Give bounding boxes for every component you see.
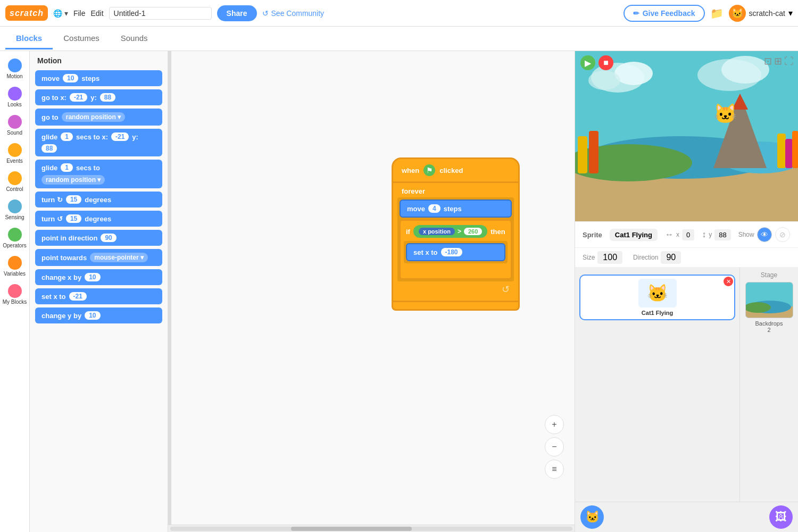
sidebar-item-sound[interactable]: Sound — [1, 112, 29, 139]
svg-rect-13 — [589, 131, 598, 173]
folder-button[interactable]: 📁 — [710, 7, 724, 20]
globe-icon: 🌐 — [53, 9, 62, 18]
fit-screen-button[interactable]: ≡ — [545, 460, 564, 479]
zoom-in-button[interactable]: + — [545, 415, 564, 434]
block-turn-right[interactable]: turn ↻ 15 degrees — [35, 192, 162, 207]
user-menu[interactable]: 🐱 scratch-cat ▾ — [729, 5, 793, 22]
scroll-track — [170, 527, 572, 531]
block-change-y[interactable]: change y by 10 — [35, 307, 162, 323]
show-group: Show 👁 ⊘ — [738, 227, 790, 242]
feedback-button[interactable]: ✏ Give Feedback — [624, 5, 705, 22]
size-group: Size 100 — [583, 251, 622, 264]
condition-block[interactable]: x position > 260 — [413, 225, 487, 238]
blocks-category-title: Motion — [35, 56, 162, 65]
sidebar-item-sensing[interactable]: Sensing — [1, 196, 29, 223]
globe-chevron: ▾ — [64, 9, 68, 18]
stage-canvas: 🐱 ⊡ ⊞ ⛶ ▶ ■ — [575, 51, 798, 221]
size-direction-row: Size 100 Direction 90 — [575, 247, 798, 267]
scripting-area[interactable]: when ⚑ clicked forever move 4 steps — [168, 51, 575, 532]
layout-small-button[interactable]: ⊡ — [764, 55, 772, 67]
tab-sounds[interactable]: Sounds — [110, 28, 159, 49]
x-arrows-icon: ↔ — [665, 230, 674, 239]
file-menu-button[interactable]: File — [73, 9, 86, 18]
direction-field[interactable]: 90 — [661, 251, 681, 264]
sidebar-item-operators[interactable]: Operators — [1, 225, 29, 252]
show-visible-button[interactable]: 👁 — [757, 227, 772, 242]
script-stack: when ⚑ clicked forever move 4 steps — [392, 157, 520, 311]
sidebar-item-control-label: Control — [6, 186, 23, 192]
svg-point-3 — [588, 71, 620, 90]
if-block[interactable]: if x position > 260 then — [400, 220, 512, 279]
sidebar-item-sensing-label: Sensing — [5, 214, 24, 220]
block-go-to-xy[interactable]: go to x: -21 y: 88 — [35, 89, 162, 105]
pencil-icon: ✏ — [633, 9, 639, 18]
green-flag-button[interactable]: ▶ — [580, 55, 595, 70]
block-move-4-steps[interactable]: move 4 steps — [400, 200, 512, 218]
share-button[interactable]: Share — [217, 5, 257, 21]
sidebar-item-motion[interactable]: Motion — [1, 55, 29, 82]
script-canvas: when ⚑ clicked forever move 4 steps — [392, 157, 520, 311]
zoom-out-button[interactable]: − — [545, 437, 564, 456]
direction-value: 90 — [666, 253, 676, 262]
language-button[interactable]: 🌐 ▾ — [53, 9, 68, 18]
svg-point-5 — [721, 56, 769, 84]
block-point-direction[interactable]: point in direction 90 — [35, 230, 162, 246]
project-title-input[interactable] — [109, 7, 212, 20]
svg-rect-16 — [792, 131, 798, 168]
add-backdrop-button[interactable]: 🖼 — [769, 505, 793, 529]
y-value-field[interactable]: 88 — [714, 229, 730, 240]
block-set-x[interactable]: set x to -21 — [35, 288, 162, 304]
stage-thumb-scene — [746, 282, 793, 318]
block-go-to-random[interactable]: go to random position ▾ — [35, 109, 162, 126]
layout-large-button[interactable]: ⊞ — [774, 55, 782, 67]
edit-menu-button[interactable]: Edit — [90, 9, 103, 18]
block-set-x-to[interactable]: set x to -180 — [406, 243, 505, 261]
tab-costumes[interactable]: Costumes — [53, 28, 110, 49]
sidebar-item-events[interactable]: Events — [1, 140, 29, 167]
x-value-field[interactable]: 0 — [682, 229, 694, 240]
panel-resizer[interactable] — [168, 51, 171, 532]
sprite-item-name: Cat1 Flying — [642, 310, 673, 316]
stop-button[interactable]: ■ — [598, 55, 613, 70]
fullscreen-button[interactable]: ⛶ — [784, 55, 794, 67]
sprite-name-field[interactable]: Cat1 Flying — [610, 229, 658, 241]
sidebar-item-variables-label: Variables — [4, 271, 26, 277]
categories-panel: Motion Looks Sound Events Control Sensin… — [0, 51, 30, 532]
stage-panel: Stage Backdrops 2 — [739, 267, 798, 502]
community-button[interactable]: ↺ See Community — [262, 9, 325, 18]
block-point-towards[interactable]: point towards mouse-pointer ▾ — [35, 249, 162, 266]
canvas-toolbar: + − ≡ — [545, 415, 564, 479]
scripting-scrollbar[interactable] — [168, 525, 575, 532]
control-circle — [8, 171, 22, 185]
direction-group: Direction 90 — [633, 251, 681, 264]
sidebar-item-events-label: Events — [6, 158, 23, 164]
sprite-name-value: Cat1 Flying — [615, 231, 652, 239]
hat-block[interactable]: when ⚑ clicked — [392, 157, 520, 183]
sidebar-item-variables[interactable]: Variables — [1, 253, 29, 280]
main-area: Motion Looks Sound Events Control Sensin… — [0, 51, 798, 532]
block-turn-left[interactable]: turn ↺ 15 degrees — [35, 211, 162, 227]
operators-circle — [8, 228, 22, 242]
sidebar-item-myblocks[interactable]: My Blocks — [1, 281, 29, 308]
sidebar-item-looks[interactable]: Looks — [1, 84, 29, 111]
add-sprite-button[interactable]: 🐱 — [580, 505, 604, 529]
show-hidden-button[interactable]: ⊘ — [775, 227, 790, 242]
stage-thumbnail[interactable] — [745, 282, 793, 318]
block-move-steps[interactable]: move 10 steps — [35, 70, 162, 86]
sidebar-item-myblocks-label: My Blocks — [3, 299, 27, 305]
sidebar-item-control[interactable]: Control — [1, 168, 29, 195]
forever-bottom-cap — [392, 302, 520, 311]
block-glide-xy[interactable]: glide 1 secs to x: -21 y: 88 — [35, 129, 162, 156]
size-field[interactable]: 100 — [597, 251, 622, 264]
block-glide-to-random[interactable]: glide 1 secs to random position ▾ — [35, 160, 162, 188]
scratch-logo[interactable]: scratch — [5, 5, 48, 21]
forever-block[interactable]: forever move 4 steps if — [392, 183, 520, 302]
sprite-item-cat1flying[interactable]: ✕ 🐱 Cat1 Flying — [579, 275, 735, 320]
sound-circle — [8, 115, 22, 129]
sprites-panel: ✕ 🐱 Cat1 Flying — [575, 267, 739, 502]
tab-blocks[interactable]: Blocks — [5, 28, 53, 49]
block-change-x[interactable]: change x by 10 — [35, 269, 162, 285]
scroll-thumb[interactable] — [291, 527, 412, 531]
sprite-close-button[interactable]: ✕ — [724, 277, 733, 286]
sidebar-item-operators-label: Operators — [3, 243, 26, 248]
